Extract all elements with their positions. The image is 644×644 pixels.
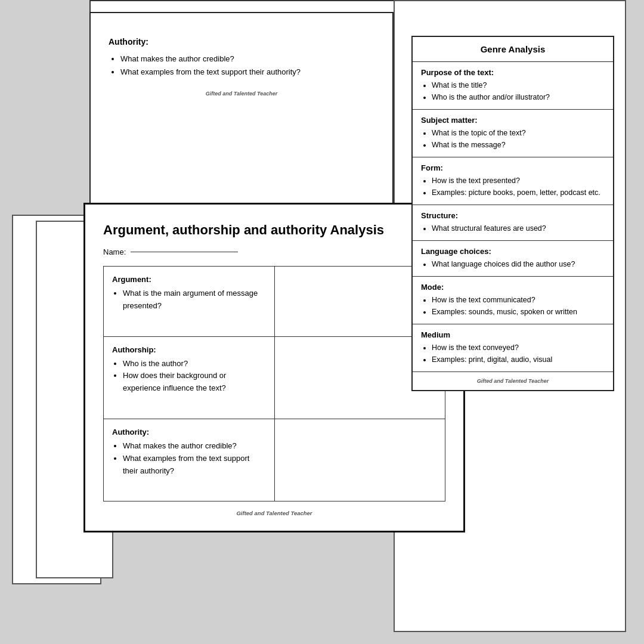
argument-heading: Argument:: [112, 275, 266, 284]
argument-list: What is the main argument of message pre…: [112, 287, 266, 312]
authorship-cell-left: Authorship: Who is the author? How does …: [104, 336, 275, 419]
genre-section-subject: Subject matter: What is the topic of the…: [413, 110, 613, 157]
purpose-item-1: What is the title?: [432, 79, 605, 91]
mode-list: How is the text communicated? Examples: …: [421, 294, 605, 318]
authority-main-heading: Authority:: [112, 428, 266, 436]
genre-section-medium: Medium How is the text conveyed? Example…: [413, 324, 613, 372]
authority-cell-left: Authority: What makes the author credibl…: [104, 419, 275, 501]
authority-item-2: What examples from the text support thei…: [120, 66, 374, 79]
form-item-2: Examples: picture books, poem, letter, p…: [432, 187, 605, 199]
name-underline[interactable]: [131, 252, 238, 252]
authority-cell-right[interactable]: [274, 419, 445, 501]
subject-list: What is the topic of the text? What is t…: [421, 127, 605, 151]
medium-heading: Medium: [421, 330, 605, 339]
medium-item-2: Examples: print, digital, audio, visual: [432, 354, 605, 366]
authority-main-item-1: What makes the author credible?: [123, 440, 266, 453]
genre-section-language: Language choices: What language choices …: [413, 241, 613, 277]
mode-item-2: Examples: sounds, music, spoken or writt…: [432, 306, 605, 318]
genre-section-mode: Mode: How is the text communicated? Exam…: [413, 277, 613, 324]
subject-item-2: What is the message?: [432, 139, 605, 151]
authority-card: Authority: What makes the author credibl…: [89, 12, 394, 209]
form-heading: Form:: [421, 163, 605, 172]
authority-heading: Authority:: [109, 37, 374, 47]
language-list: What language choices did the author use…: [421, 258, 605, 270]
purpose-list: What is the title? Who is the author and…: [421, 79, 605, 103]
structure-heading: Structure:: [421, 211, 605, 220]
authority-main-item-2: What examples from the text support thei…: [123, 453, 266, 478]
authority-watermark: Gifted and Talented Teacher: [109, 91, 374, 97]
mode-heading: Mode:: [421, 283, 605, 292]
structure-list: What structural features are used?: [421, 222, 605, 234]
genre-section-form: Form: How is the text presented? Example…: [413, 157, 613, 205]
name-label: Name:: [103, 247, 126, 256]
authorship-item-2: How does their background or experience …: [123, 370, 266, 395]
medium-item-1: How is the text conveyed?: [432, 342, 605, 354]
mode-item-1: How is the text communicated?: [432, 294, 605, 306]
authorship-heading: Authorship:: [112, 345, 266, 354]
structure-item-1: What structural features are used?: [432, 222, 605, 234]
medium-list: How is the text conveyed? Examples: prin…: [421, 342, 605, 366]
name-field-row: Name:: [103, 247, 445, 256]
genre-section-purpose: Purpose of the text: What is the title? …: [413, 62, 613, 110]
language-item-1: What language choices did the author use…: [432, 258, 605, 270]
language-heading: Language choices:: [421, 247, 605, 256]
argument-item-1: What is the main argument of message pre…: [123, 287, 266, 312]
genre-card-title: Genre Analysis: [413, 37, 613, 62]
table-row-authorship: Authorship: Who is the author? How does …: [104, 336, 445, 419]
authority-item-1: What makes the author credible?: [120, 52, 374, 66]
authority-main-list: What makes the author credible? What exa…: [112, 440, 266, 477]
purpose-heading: Purpose of the text:: [421, 68, 605, 77]
genre-watermark: Gifted and Talented Teacher: [413, 372, 613, 390]
table-row-authority: Authority: What makes the author credibl…: [104, 419, 445, 501]
worksheet-table: Argument: What is the main argument of m…: [103, 266, 445, 501]
subject-item-1: What is the topic of the text?: [432, 127, 605, 139]
argument-cell-left: Argument: What is the main argument of m…: [104, 267, 275, 337]
form-list: How is the text presented? Examples: pic…: [421, 175, 605, 199]
main-worksheet-card: Argument, authorship and authority Analy…: [83, 203, 465, 532]
subject-heading: Subject matter:: [421, 116, 605, 125]
main-watermark: Gifted and Talented Teacher: [103, 501, 445, 519]
authority-list: What makes the author credible? What exa…: [109, 52, 374, 79]
genre-analysis-card: Genre Analysis Purpose of the text: What…: [411, 36, 614, 391]
table-row-argument: Argument: What is the main argument of m…: [104, 267, 445, 337]
authorship-list: Who is the author? How does their backgr…: [112, 358, 266, 395]
form-item-1: How is the text presented?: [432, 175, 605, 187]
purpose-item-2: Who is the author and/or illustrator?: [432, 91, 605, 103]
authorship-item-1: Who is the author?: [123, 358, 266, 370]
genre-section-structure: Structure: What structural features are …: [413, 205, 613, 241]
main-title: Argument, authorship and authority Analy…: [103, 222, 445, 238]
